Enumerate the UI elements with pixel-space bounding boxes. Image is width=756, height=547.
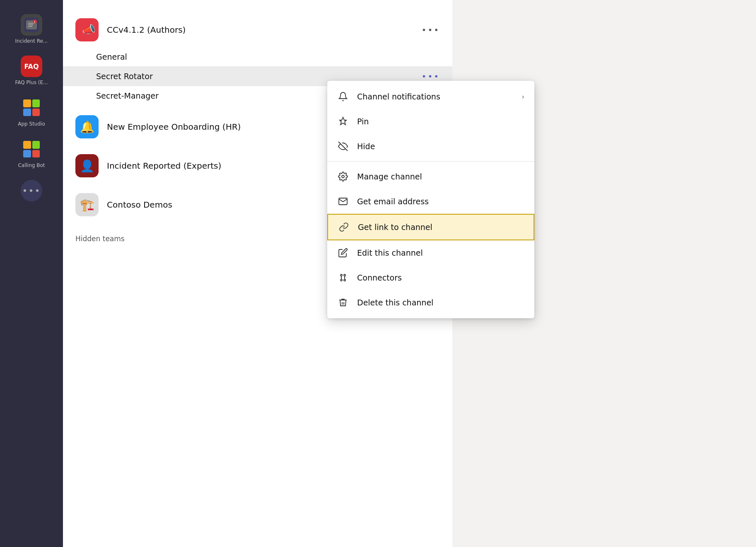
team-incident-avatar: 👤 xyxy=(75,154,99,177)
mail-icon xyxy=(337,196,349,207)
incident-re-icon: ! xyxy=(21,14,42,36)
team-ccv[interactable]: 📣 CCv4.1.2 (Authors) ••• xyxy=(63,12,452,47)
menu-item-delete-channel[interactable]: Delete this channel xyxy=(327,290,534,315)
sidebar-item-label: Incident Re... xyxy=(15,38,48,44)
menu-item-edit-channel[interactable]: Edit this channel xyxy=(327,240,534,265)
team-neo-name: New Employee Onboarding (HR) xyxy=(107,122,241,132)
sidebar-item-more[interactable]: ••• xyxy=(0,174,63,207)
menu-label-channel-notifications: Channel notifications xyxy=(357,92,514,101)
calling-bot-icon xyxy=(21,138,42,160)
menu-label-pin: Pin xyxy=(357,117,524,126)
hide-icon xyxy=(337,140,349,152)
sidebar-item-faq-plus[interactable]: FAQ FAQ Plus (E... xyxy=(0,50,63,91)
menu-item-pin[interactable]: Pin xyxy=(327,109,534,134)
menu-label-edit-channel: Edit this channel xyxy=(357,248,524,257)
team-ccv-more[interactable]: ••• xyxy=(422,25,440,35)
menu-label-connectors: Connectors xyxy=(357,273,524,282)
sidebar-item-label: App Studio xyxy=(18,121,45,127)
team-ccv-name: CCv4.1.2 (Authors) xyxy=(107,25,186,35)
bell-icon xyxy=(337,91,349,102)
menu-item-connectors[interactable]: Connectors xyxy=(327,265,534,290)
menu-label-manage-channel: Manage channel xyxy=(357,172,524,181)
svg-text:!: ! xyxy=(34,21,35,24)
svg-point-11 xyxy=(341,274,342,276)
team-contoso-name: Contoso Demos xyxy=(107,200,172,210)
sidebar-item-calling-bot[interactable]: Calling Bot xyxy=(0,133,63,174)
team-neo-avatar: 🔔 xyxy=(75,115,99,138)
sidebar-item-label: Calling Bot xyxy=(18,162,45,168)
team-incident-name: Incident Reported (Experts) xyxy=(107,161,221,171)
chevron-right-icon: › xyxy=(522,93,524,101)
app-studio-icon xyxy=(21,97,42,119)
trash-icon xyxy=(337,297,349,308)
svg-point-12 xyxy=(341,279,342,281)
faq-plus-icon: FAQ xyxy=(21,56,42,77)
svg-point-10 xyxy=(342,175,344,178)
pin-icon xyxy=(337,116,349,127)
sidebar-item-incident-re[interactable]: ! Incident Re... xyxy=(0,8,63,50)
svg-point-13 xyxy=(344,274,345,276)
sidebar: ! Incident Re... FAQ FAQ Plus (E... App … xyxy=(0,0,63,547)
connectors-icon xyxy=(337,272,349,283)
menu-item-get-link[interactable]: Get link to channel xyxy=(327,214,534,240)
svg-text:📣: 📣 xyxy=(82,23,95,36)
menu-label-delete-channel: Delete this channel xyxy=(357,298,524,307)
menu-item-channel-notifications[interactable]: Channel notifications › xyxy=(327,84,534,109)
menu-item-manage-channel[interactable]: Manage channel xyxy=(327,164,534,189)
link-icon xyxy=(338,221,350,233)
menu-divider-1 xyxy=(327,161,534,162)
channel-secret-rotator-more[interactable]: ••• xyxy=(422,71,440,81)
svg-point-14 xyxy=(344,279,345,281)
menu-label-get-email: Get email address xyxy=(357,197,524,206)
gear-icon xyxy=(337,171,349,182)
team-contoso-avatar: 🏗️ xyxy=(75,193,99,216)
menu-label-hide: Hide xyxy=(357,142,524,151)
menu-item-hide[interactable]: Hide xyxy=(327,134,534,159)
sidebar-item-label: FAQ Plus (E... xyxy=(15,80,48,85)
menu-label-get-link: Get link to channel xyxy=(358,223,524,232)
channel-general[interactable]: General xyxy=(63,47,452,66)
team-ccv-avatar: 📣 xyxy=(75,18,99,41)
context-menu: Channel notifications › Pin Hide xyxy=(327,81,534,318)
menu-item-get-email[interactable]: Get email address xyxy=(327,189,534,214)
edit-icon xyxy=(337,247,349,259)
sidebar-item-app-studio[interactable]: App Studio xyxy=(0,91,63,133)
